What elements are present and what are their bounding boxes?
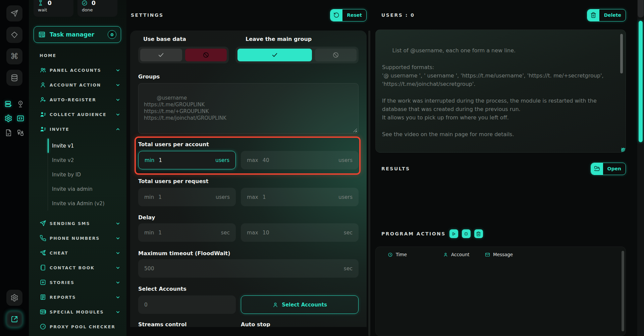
textarea-scrollbar[interactable] (620, 34, 623, 73)
program-actions-panel: TimeAccountMessage (375, 246, 626, 336)
sidebar-item-home[interactable]: HOME (34, 48, 121, 63)
done-label: done (82, 7, 113, 12)
select-accounts-button[interactable]: Select Accounts (241, 295, 359, 314)
total-users-per-account-label: Total users per account (138, 141, 359, 148)
submenu-item-invite-via-admin-v2-[interactable]: Invite via Admin (v2) (48, 196, 121, 211)
folder-open-icon (594, 166, 600, 172)
total-users-per-request-min-input[interactable]: min1users (138, 188, 236, 206)
send-button[interactable] (6, 5, 22, 21)
gear-icon[interactable] (4, 114, 12, 122)
results-title: RESULTS (381, 166, 410, 171)
doc-check-icon[interactable] (4, 129, 12, 137)
delay-min-input[interactable]: min1sec (138, 223, 236, 242)
trash-icon (590, 12, 596, 18)
paper-plane-icon (40, 220, 46, 227)
program-actions-scrollbar[interactable] (622, 251, 624, 331)
submenu-item-invite-v1[interactable]: Invite v1 (48, 138, 121, 153)
sidebar-item-invite[interactable]: INVITE (34, 122, 121, 136)
sidebar-item-label: AUTO-REGISTER (50, 97, 96, 102)
command-button[interactable]: ⌘ (6, 48, 22, 64)
timeout-input[interactable]: 500 sec (138, 259, 359, 278)
sidebar-item-phone-numbers[interactable]: PHONE NUMBERS (34, 231, 121, 245)
sidebar: 0 wait 0 done Task manager 0 HOMEPANEL A… (29, 0, 126, 336)
sidebar-item-cheat[interactable]: CHEAT (34, 245, 121, 260)
delete-button[interactable]: Delete (587, 9, 626, 21)
submenu-item-invite-via-admin[interactable]: Invite via admin (48, 182, 121, 196)
toggle-option-yes[interactable] (237, 49, 312, 61)
sidebar-item-account-action[interactable]: ACCOUNT ACTION (34, 77, 121, 92)
check-circle-icon (82, 0, 88, 6)
resize-grip-icon[interactable] (353, 128, 357, 132)
settings-rows: Total users per requestmin1usersmax1user… (138, 178, 359, 242)
sidebar-item-panel-accounts[interactable]: PANEL ACCOUNTS (34, 63, 121, 77)
users-placeholder: List of @username, each one form a new l… (382, 47, 605, 137)
code-window-icon[interactable] (16, 114, 24, 122)
textarea-resize-grip[interactable] (621, 148, 625, 152)
sidebar-item-reports[interactable]: REPORTS (34, 290, 121, 304)
sidebar-item-proxy-pool-checker[interactable]: PROXY POOL CHECKER (34, 319, 121, 334)
counter-done: 0 done (77, 0, 117, 17)
gear-icon (10, 294, 18, 302)
use-base-data-label: Use base data (138, 36, 234, 43)
window-scrollbar-thumb[interactable] (639, 21, 643, 142)
swap-icon[interactable] (16, 129, 24, 137)
groups-textarea[interactable]: @username https://t.me/GROUPLINK https:/… (138, 83, 359, 134)
settings-scrollbar[interactable] (368, 31, 370, 336)
settings-card: Use base data Leave the main group Group… (130, 31, 367, 327)
rail-buttons: ⌘ (6, 5, 22, 91)
external-button[interactable] (6, 311, 22, 327)
accounts-count-value: 0 (144, 302, 148, 308)
sidebar-item-sending-sms[interactable]: SENDING SMS (34, 216, 121, 231)
scrollbar-cap (638, 0, 644, 17)
play-button[interactable] (449, 229, 458, 238)
toggle-option-no[interactable] (185, 49, 227, 61)
sidebar-item-special-modules[interactable]: SPECIAL MODULES (34, 304, 121, 319)
database-button[interactable] (6, 70, 22, 86)
chevron-down-icon (115, 221, 120, 226)
plus-square-icon (40, 279, 46, 286)
submenu-item-invite-v2[interactable]: Invite v2 (48, 153, 121, 167)
total-users-per-request-max-input[interactable]: max1users (241, 188, 359, 206)
sidebar-item-contact-book[interactable]: CONTACT BOOK (34, 260, 121, 275)
column-header-time: Time (388, 252, 443, 257)
toggle-option-no[interactable] (315, 49, 357, 61)
report-icon (40, 294, 46, 300)
total-users-account-min-input[interactable]: min 1 users (138, 151, 236, 169)
column-label: Time (396, 252, 407, 257)
chevron-down-icon (115, 236, 120, 241)
min-prefix: min (145, 157, 154, 163)
server-check-icon[interactable] (4, 100, 12, 108)
gauge-icon (40, 323, 46, 330)
chevron-down-icon (115, 82, 120, 88)
open-button[interactable]: Open (591, 163, 626, 175)
delay-max-input[interactable]: max10sec (241, 223, 359, 242)
column-label: Account (451, 252, 470, 257)
chevron-up-icon (115, 127, 120, 132)
settings-button[interactable] (6, 290, 22, 306)
wait-count: 0 (48, 0, 52, 6)
max-value: 40 (263, 157, 269, 163)
sidebar-item-label: INVITE (50, 127, 69, 132)
person-cam-icon[interactable] (16, 100, 24, 108)
task-manager-button[interactable]: Task manager 0 (34, 26, 121, 43)
diamond-button[interactable] (6, 27, 22, 43)
sidebar-item-label: HOME (40, 53, 56, 58)
toggle-option-yes[interactable] (140, 49, 182, 61)
settings-column: SETTINGS Reset Use base data Leave the m… (126, 0, 375, 336)
min-suffix: users (212, 194, 230, 200)
person-icon (272, 302, 278, 308)
reset-button[interactable]: Reset (330, 9, 367, 21)
accounts-count-input[interactable]: 0 (138, 295, 236, 314)
users-textarea[interactable]: List of @username, each one form a new l… (375, 30, 626, 153)
sidebar-item-auto-register[interactable]: AUTO-REGISTER (34, 92, 121, 107)
submenu-item-invite-by-id[interactable]: Invite by ID (48, 167, 121, 182)
total-users-account-max-input[interactable]: max 40 users (241, 151, 359, 169)
play-icon (451, 231, 456, 236)
timeout-label: Maximum timeout (FloodWait) (138, 250, 359, 257)
clear-log-button[interactable] (474, 229, 483, 238)
stop-button[interactable] (462, 229, 471, 238)
task-manager-icon (38, 31, 46, 38)
sidebar-item-collect-audience[interactable]: COLLECT AUDIENCE (34, 107, 121, 122)
sidebar-item-stories[interactable]: STORIES (34, 275, 121, 290)
people-icon (40, 67, 46, 73)
